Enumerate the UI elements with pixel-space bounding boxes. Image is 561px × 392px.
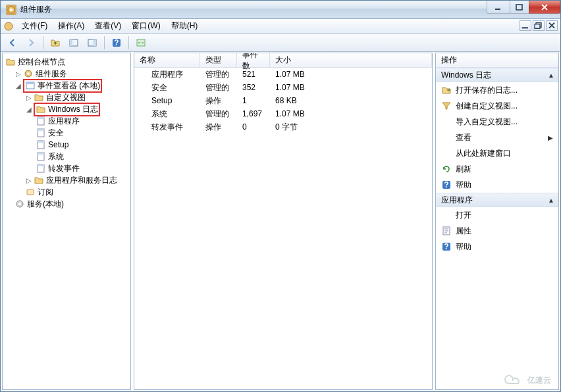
cell-count: 521 (237, 70, 270, 79)
col-count[interactable]: 事件数 (237, 53, 270, 67)
log-icon (36, 128, 46, 138)
list-row[interactable]: 应用程序管理的5211.07 MB (134, 68, 432, 81)
tree-label: Setup (48, 140, 68, 149)
menu-file[interactable]: 文件(F) (16, 19, 53, 33)
svg-rect-29 (27, 189, 34, 195)
folder-icon (36, 104, 46, 114)
section-windows-logs[interactable]: Windows 日志 ▲ (436, 68, 558, 82)
blank-icon (441, 210, 452, 220)
tree-subscriptions[interactable]: 订阅 (4, 186, 129, 198)
action-label: 属性 (456, 226, 471, 237)
list-row[interactable]: Setup操作168 KB (134, 94, 432, 107)
tree-label: 应用程序和服务日志 (46, 175, 117, 186)
cell-type: 操作 (200, 122, 237, 133)
forward-button[interactable] (23, 36, 39, 50)
menu-action[interactable]: 操作(A) (53, 19, 90, 33)
tree-custom-views[interactable]: ▷ 自定义视图 (4, 91, 129, 103)
tree-event-viewer[interactable]: ◢ 事件查看器 (本地) (4, 80, 129, 91)
up-folder-button[interactable] (47, 36, 63, 50)
filter-icon (441, 101, 452, 111)
show-hide-action-button[interactable] (84, 36, 100, 50)
expand-icon[interactable]: ▷ (25, 94, 32, 101)
action-refresh[interactable]: 刷新 (436, 161, 558, 177)
menubar: 文件(F) 操作(A) 查看(V) 窗口(W) 帮助(H) (1, 19, 560, 34)
close-button[interactable] (529, 1, 560, 14)
tree-label: 组件服务 (36, 68, 67, 80)
col-name[interactable]: 名称 (134, 53, 200, 67)
action-label: 导入自定义视图... (456, 116, 518, 128)
col-size[interactable]: 大小 (270, 53, 432, 67)
action-open[interactable]: 打开 (436, 207, 558, 223)
mdi-restore-button[interactable] (533, 20, 545, 31)
expand-icon[interactable]: ▷ (14, 70, 22, 78)
toolbar-separator (104, 36, 105, 49)
folder-icon (5, 57, 16, 67)
cell-name: Setup (146, 96, 200, 105)
action-help2[interactable]: ? 帮助 (436, 239, 558, 255)
tree-log-forwarded[interactable]: 转发事件 (4, 162, 129, 174)
menu-window[interactable]: 窗口(W) (126, 19, 165, 33)
help-button[interactable]: ? (109, 36, 124, 50)
actions-header: 操作 (436, 53, 558, 68)
action-new-window[interactable]: 从此处新建窗口 (436, 145, 558, 161)
minimize-button[interactable] (487, 1, 510, 14)
cell-size: 1.07 MB (270, 70, 323, 79)
svg-text:?: ? (444, 242, 448, 251)
extra-button[interactable] (133, 36, 149, 50)
action-label: 帮助 (456, 241, 471, 253)
mdi-minimize-button[interactable] (520, 20, 531, 31)
cell-count: 352 (237, 83, 270, 92)
tree-label: Windows 日志 (48, 104, 98, 115)
list-row[interactable]: 安全管理的3521.07 MB (134, 81, 432, 94)
expand-icon[interactable]: ▷ (25, 177, 32, 184)
cell-size: 0 字节 (270, 122, 323, 133)
tree-services[interactable]: 服务(本地) (4, 198, 129, 210)
tree-root[interactable]: 控制台根节点 (4, 56, 129, 68)
section-application[interactable]: 应用程序 ▲ (436, 193, 558, 207)
action-create-custom[interactable]: 创建自定义视图... (436, 98, 558, 114)
tree-log-system[interactable]: 系统 (4, 151, 129, 162)
cell-type: 管理的 (200, 82, 237, 93)
tree-windows-logs[interactable]: ◢ Windows 日志 (4, 103, 129, 115)
blank-icon (441, 148, 452, 159)
menu-view[interactable]: 查看(V) (90, 19, 126, 33)
svg-rect-18 (26, 82, 34, 84)
tree-log-setup[interactable]: Setup (4, 139, 129, 151)
back-button[interactable] (5, 36, 20, 50)
action-properties[interactable]: 属性 (436, 223, 558, 239)
collapse-icon[interactable]: ▲ (548, 197, 554, 204)
action-label: 查看 (456, 132, 471, 143)
folder-icon (34, 92, 44, 103)
list-row[interactable]: 系统管理的1,6971.07 MB (134, 107, 432, 120)
properties-icon (441, 226, 452, 236)
action-open-saved[interactable]: 打开保存的日志... (436, 82, 558, 98)
action-help[interactable]: ? 帮助 (436, 177, 558, 193)
tree-panel: 控制台根节点 ▷ 组件服务 ◢ 事件查看器 (本地) ▷ 自定义视图 ◢ (2, 53, 131, 390)
col-type[interactable]: 类型 (200, 53, 237, 67)
action-import-custom[interactable]: 导入自定义视图... (436, 114, 558, 130)
refresh-icon (441, 164, 452, 174)
cell-size: 68 KB (270, 96, 323, 105)
svg-rect-2 (495, 9, 500, 10)
cell-size: 1.07 MB (270, 109, 323, 118)
collapse-icon[interactable]: ◢ (25, 106, 32, 113)
tree-label: 自定义视图 (46, 92, 86, 103)
maximize-button[interactable] (510, 1, 529, 14)
cell-count: 1 (237, 96, 270, 105)
action-view[interactable]: 查看 ▶ (436, 130, 558, 145)
show-hide-tree-button[interactable] (66, 36, 82, 50)
tree-log-application[interactable]: 应用程序 (4, 115, 129, 127)
mdi-close-button[interactable] (546, 20, 558, 31)
svg-rect-11 (94, 39, 96, 46)
menu-help[interactable]: 帮助(H) (166, 19, 203, 33)
svg-rect-26 (38, 153, 44, 155)
list-row[interactable]: 转发事件操作00 字节 (134, 120, 432, 134)
tree-app-service-logs[interactable]: ▷ 应用程序和服务日志 (4, 174, 129, 186)
section-title: Windows 日志 (441, 70, 491, 81)
svg-rect-7 (535, 24, 540, 29)
window-title: 组件服务 (20, 4, 52, 15)
collapse-icon[interactable]: ▲ (548, 72, 554, 79)
tree-log-security[interactable]: 安全 (4, 127, 129, 139)
tree-component-services[interactable]: ▷ 组件服务 (4, 68, 129, 80)
collapse-icon[interactable]: ◢ (14, 82, 22, 89)
